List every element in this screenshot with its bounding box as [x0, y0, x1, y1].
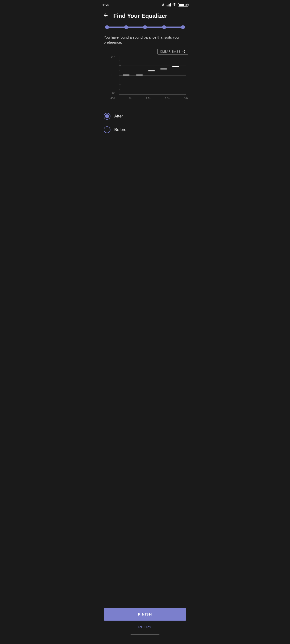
back-button[interactable]: [102, 12, 109, 20]
option-after[interactable]: After: [104, 110, 186, 123]
signal-icon: [167, 3, 171, 6]
progress-section: [98, 24, 192, 33]
status-time: 0:54: [102, 3, 109, 7]
svg-rect-3: [170, 4, 171, 6]
option-after-label: After: [114, 114, 123, 119]
battery-icon: 89: [178, 3, 188, 6]
svg-rect-1: [168, 4, 169, 6]
status-icons: 89: [161, 3, 188, 7]
battery-level: 89: [185, 4, 188, 6]
progress-dot-3: [143, 25, 147, 29]
x-label-1k: 1k: [129, 97, 132, 100]
progress-dot-2: [124, 25, 128, 29]
y-ticks: [119, 56, 121, 94]
eq-section: CLEAR BASS -9 +10 0 -10: [98, 49, 192, 106]
options-section: After Before: [98, 106, 192, 140]
svg-rect-2: [169, 4, 170, 6]
clear-bass-text: CLEAR BASS: [160, 50, 181, 53]
grid-line-top: [119, 56, 186, 56]
eq-chart: +10 0 -10: [119, 56, 186, 94]
clear-bass-badge: CLEAR BASS -9: [102, 49, 188, 54]
option-before-label: Before: [114, 127, 126, 132]
bluetooth-icon: [161, 3, 165, 7]
page-title: Find Your Equalizer: [113, 12, 167, 19]
wifi-icon: [172, 3, 177, 6]
progress-dot-4: [162, 25, 166, 29]
progress-dot-5: [181, 25, 185, 29]
description-text: You have found a sound balance that suit…: [98, 33, 192, 49]
radio-after-fill: [105, 114, 109, 118]
x-label-400: 400: [110, 97, 115, 100]
eq-bar-2k5: [148, 70, 155, 72]
progress-track: [105, 26, 185, 28]
radio-before[interactable]: [104, 126, 110, 133]
y-labels: +10 0 -10: [111, 56, 115, 94]
x-labels: 400 1k 2.5k 6.3k 16k: [110, 97, 188, 100]
progress-dot-1: [105, 25, 109, 29]
clear-bass-value: -9: [183, 50, 186, 53]
grid-line-mid: [119, 75, 186, 76]
grid-line-75: [119, 85, 186, 85]
header: Find Your Equalizer: [98, 9, 192, 24]
y-label-top: +10: [111, 56, 115, 58]
progress-dots: [105, 25, 185, 29]
y-label-mid: 0: [111, 74, 115, 76]
eq-bar-6k3: [160, 68, 167, 70]
option-before[interactable]: Before: [104, 123, 186, 136]
eq-chart-container: +10 0 -10: [110, 56, 188, 94]
status-bar: 0:54 89: [98, 0, 192, 9]
x-label-16k: 16k: [184, 97, 188, 100]
back-icon: [103, 12, 108, 18]
svg-rect-0: [167, 5, 168, 6]
clear-bass-label: CLEAR BASS -9: [157, 49, 188, 54]
eq-bar-400: [123, 74, 129, 76]
grid-line-25: [119, 66, 186, 66]
radio-after[interactable]: [104, 113, 110, 120]
eq-bar-1k: [136, 74, 143, 76]
x-label-6k3: 6.3k: [165, 97, 170, 100]
x-label-2k5: 2.5k: [146, 97, 151, 100]
eq-bar-16k: [172, 66, 179, 67]
y-label-bottom: -10: [111, 92, 115, 94]
